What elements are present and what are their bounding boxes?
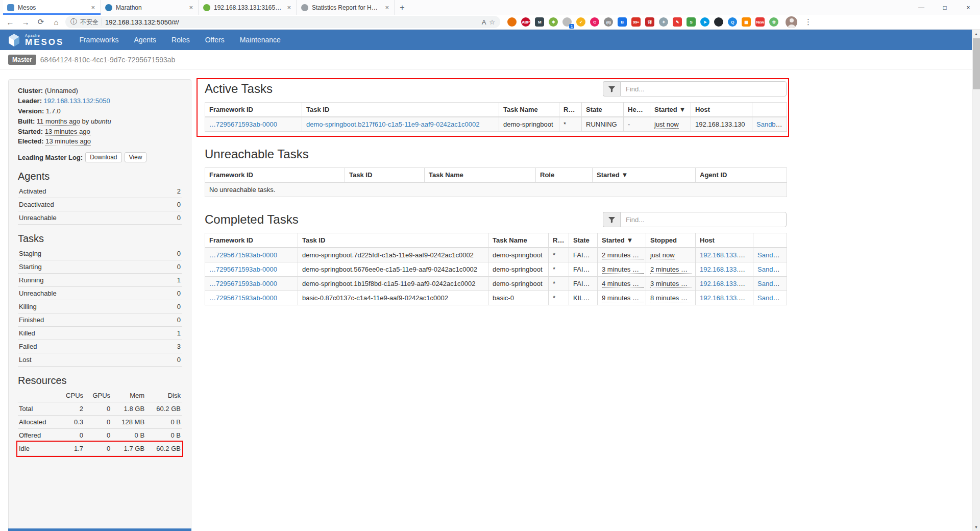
task-link[interactable]: demo-springboot.b217f610-c1a5-11e9-aaf9-… [306,120,479,128]
maximize-button[interactable]: □ [933,0,957,15]
column-header[interactable]: Role [559,103,582,117]
column-header[interactable]: Started ▼ [650,103,691,117]
browser-tab[interactable]: 192.168.133.131:31657/hello × [199,0,297,15]
column-header[interactable]: Framework ID [205,103,302,117]
framework-link[interactable]: …7295671593ab-0000 [209,280,277,287]
column-header[interactable]: Stopped [646,233,696,248]
log-view-button[interactable]: View [125,152,147,162]
extension-icon[interactable]: 译 [645,17,654,27]
scrollbar-up-icon[interactable]: ▲ [972,30,980,38]
extension-icon[interactable]: ✿ [769,17,778,27]
scrollbar-down-icon[interactable]: ▼ [972,523,980,531]
extension-icon[interactable] [507,17,517,27]
mesos-brand[interactable]: Apache MESOS [7,33,64,47]
column-header[interactable]: Task ID [345,168,425,183]
reload-button[interactable]: ⟳ [35,17,47,27]
find-input[interactable] [620,212,787,227]
extension-icon[interactable]: S [687,17,696,27]
back-button[interactable]: ← [4,18,16,27]
extension-icon[interactable]: ✎ [673,17,682,27]
browser-tab[interactable]: Marathon × [101,0,199,15]
scrollbar-thumb[interactable] [973,38,980,89]
extension-icon[interactable]: New [755,17,765,27]
extension-icon[interactable]: ✓ [576,17,585,27]
sandbox-link[interactable]: Sandbox [757,266,783,273]
find-input[interactable] [620,81,787,96]
tab-close-icon[interactable]: × [89,4,96,11]
column-header[interactable]: Task Name [499,103,559,117]
extension-icon[interactable]: ➤ [700,17,709,27]
column-header[interactable]: Agent ID [696,168,787,183]
column-header[interactable]: Task ID [298,233,488,248]
column-header[interactable]: Started ▼ [598,233,646,248]
host-link[interactable]: 192.168.133.130 [700,266,750,273]
browser-tab[interactable]: Statistics Report for HAProxy × [297,0,395,15]
extension-icon[interactable]: C [590,17,599,27]
log-download-button[interactable]: Download [85,152,121,162]
new-tab-button[interactable]: + [395,0,409,15]
column-header[interactable]: Health [624,103,650,117]
column-header[interactable]: Started ▼ [593,168,696,183]
extension-icon[interactable]: 1 [562,17,572,27]
minimize-button[interactable]: — [910,0,933,15]
sandbox-link[interactable]: Sandbox [757,294,783,302]
framework-link[interactable]: …7295671593ab-0000 [209,294,277,302]
column-header[interactable]: Task Name [425,168,536,183]
host-link[interactable]: 192.168.133.131 [700,251,750,259]
sandbox-link[interactable]: Sandbox [756,120,782,128]
column-header[interactable] [752,103,787,117]
column-header[interactable]: Role [549,233,569,248]
framework-link[interactable]: …7295671593ab-0000 [209,120,277,128]
tab-close-icon[interactable]: × [383,4,390,11]
host-link[interactable]: 192.168.133.130 [700,280,750,287]
extension-icon[interactable]: ▦ [742,17,751,27]
tab-close-icon[interactable]: × [285,4,292,11]
sandbox-link[interactable]: Sandbox [757,280,783,287]
leader-link[interactable]: 192.168.133.132:5050 [44,97,110,105]
profile-avatar[interactable] [786,16,797,28]
extension-icon[interactable]: (a) [604,17,613,27]
browser-tab[interactable]: Mesos × [3,0,101,15]
nav-item[interactable]: Offers [205,36,225,44]
forward-button[interactable]: → [19,18,32,27]
column-header[interactable]: Host [691,103,752,117]
bookmark-star-icon[interactable]: ☆ [489,18,495,26]
column-header[interactable]: Host [696,233,753,248]
close-button[interactable]: × [957,0,980,15]
extension-icon[interactable]: B [618,17,627,27]
filter-button[interactable] [603,212,620,227]
tab-close-icon[interactable]: × [187,4,194,11]
column-header[interactable]: Framework ID [205,233,298,248]
framework-link[interactable]: …7295671593ab-0000 [209,251,277,259]
column-header[interactable] [753,233,787,248]
framework-link[interactable]: …7295671593ab-0000 [209,266,277,273]
host-link[interactable]: 192.168.133.130 [700,294,750,302]
home-button[interactable]: ⌂ [50,18,62,27]
address-bar[interactable]: ⓘ 不安全 192.168.133.132:5050/#/ A ☆ [65,16,500,28]
nav-item[interactable]: Agents [134,36,156,44]
translate-icon[interactable]: A [482,18,486,26]
column-header[interactable]: State [582,103,624,117]
column-header[interactable]: Task Name [488,233,549,248]
column-header[interactable]: State [569,233,598,248]
extension-glyph: (a) [606,20,610,25]
nav-item[interactable]: Frameworks [79,36,118,44]
extension-icon[interactable]: ABP [521,17,530,27]
filter-button[interactable] [603,81,620,96]
scrollbar[interactable]: ▲ ▼ [972,30,980,531]
column-header[interactable]: Framework ID [205,168,345,183]
resources-column-header: Mem [111,389,145,402]
extension-icon[interactable]: Q [728,17,737,27]
extension-icon[interactable]: 99+ [631,17,641,27]
extension-icon[interactable]: ❖ [549,17,558,27]
extension-icon[interactable]: ✦ [659,17,668,27]
column-header[interactable]: Role [536,168,593,183]
nav-item[interactable]: Maintenance [240,36,281,44]
extension-icon[interactable] [714,17,723,27]
extension-icon[interactable]: M [535,17,544,27]
nav-item[interactable]: Roles [172,36,190,44]
site-info-icon[interactable]: ⓘ [70,17,77,27]
column-header[interactable]: Task ID [302,103,499,117]
sandbox-link[interactable]: Sandbox [757,251,783,259]
browser-menu-icon[interactable]: ⋮ [804,17,812,27]
